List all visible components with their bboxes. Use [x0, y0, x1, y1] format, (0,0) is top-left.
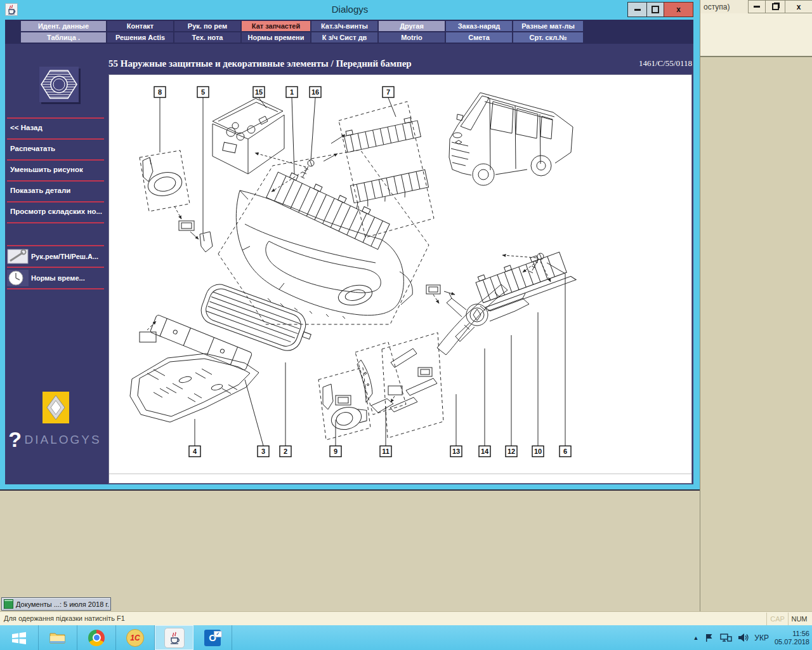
tab-Таблица .[interactable]: Таблица . — [21, 32, 106, 43]
divider — [700, 56, 812, 57]
svg-text:15: 15 — [255, 88, 263, 96]
sidebar-item--Назад[interactable]: << Назад — [7, 119, 104, 140]
tray-expand-icon[interactable]: ▲ — [693, 635, 698, 641]
menu-band: Идент. данныеКонтактРук. по ремКат запча… — [5, 20, 693, 44]
minimize-icon[interactable] — [748, 0, 766, 13]
app-body: Идент. данныеКонтактРук. по ремКат запча… — [5, 20, 693, 484]
outlook-icon: O ✓ — [204, 630, 221, 646]
system-tray: ▲ УКР 11:56 05.07.2018 — [693, 625, 809, 650]
chrome-icon — [88, 630, 105, 646]
callout-6[interactable]: 6 — [547, 263, 571, 457]
skid-plate-drawing — [130, 354, 259, 422]
callout-10[interactable]: 10 — [532, 312, 544, 457]
callout-5[interactable]: 5 — [197, 87, 209, 234]
num-lock-indicator: NUM — [788, 613, 810, 625]
sidebar-tool-Рук-рем-ТН-Реш-А-[interactable]: Рук.рем/ТН/Реш.А... — [7, 246, 104, 268]
sidebar-item-Распечатать[interactable]: Распечатать — [7, 140, 104, 161]
repair-manual-icon — [7, 248, 29, 265]
callout-1[interactable]: 1 — [286, 87, 298, 175]
fog-lamp-drawing — [318, 368, 370, 440]
callout-14[interactable]: 14 — [479, 348, 490, 457]
callout-8[interactable]: 8 — [154, 87, 166, 153]
tab-Motrio[interactable]: Motrio — [379, 32, 445, 43]
chrome-button[interactable] — [77, 625, 116, 650]
svg-text:6: 6 — [563, 448, 567, 455]
tab-Решения Actis[interactable]: Решения Actis — [107, 32, 173, 43]
close-icon[interactable]: x — [664, 2, 693, 17]
titlebar[interactable]: Dialogys x — [0, 0, 700, 20]
callout-15[interactable]: 15 — [253, 87, 266, 109]
speaker-icon[interactable] — [738, 633, 749, 642]
taskbar-apps: 1С O ✓ — [0, 625, 232, 650]
tab-Нормы времени[interactable]: Нормы времени — [242, 32, 310, 43]
tab-Разные мат-лы[interactable]: Разные мат-лы — [513, 21, 583, 31]
svg-text:9: 9 — [334, 448, 337, 455]
1c-button[interactable]: 1С — [116, 625, 155, 650]
tab-Кат.з/ч-винты[interactable]: Кат.з/ч-винты — [311, 21, 377, 31]
tab-Контакт[interactable]: Контакт — [107, 21, 173, 31]
svg-text:11: 11 — [382, 448, 390, 455]
upper-support-drawing — [324, 102, 434, 237]
outlook-button[interactable]: O ✓ — [193, 625, 232, 650]
renault-logo-icon — [43, 392, 69, 423]
svg-text:1: 1 — [290, 88, 294, 96]
1c-icon: 1С — [126, 629, 144, 647]
java-app-button[interactable] — [155, 625, 193, 650]
callout-4[interactable]: 4 — [189, 419, 200, 457]
sidebar-tool-Нормы-време-[interactable]: Нормы време... — [7, 268, 104, 289]
diagram-panel: 85151167432911131412106 — [108, 74, 692, 484]
svg-text:14: 14 — [481, 448, 489, 455]
sidebar-item-Просмотр-складских-но-[interactable]: Просмотр складских но... — [7, 202, 104, 223]
restore-icon[interactable] — [765, 0, 785, 13]
background-window-titlebar: оступа) x — [700, 0, 812, 13]
grille-support-drawing — [475, 246, 576, 312]
sidebar-tools: Рук.рем/ТН/Реш.А...Нормы време... — [7, 245, 104, 289]
file-explorer-button[interactable] — [39, 625, 77, 650]
tab-Рук. по рем[interactable]: Рук. по рем — [174, 21, 240, 31]
tab-Другая[interactable]: Другая — [379, 21, 445, 31]
tab-Срт. скл.№[interactable]: Срт. скл.№ — [513, 32, 583, 43]
catalog-reference: 1461/C/55/0118 — [639, 58, 692, 69]
minimize-icon[interactable] — [627, 2, 647, 17]
sidebar-item-Уменьшить-рисунок[interactable]: Уменьшить рисунок — [7, 161, 104, 182]
windows-logo-icon — [11, 630, 27, 646]
flag-icon[interactable] — [704, 633, 714, 643]
documents-task-button[interactable]: Документы ...: 5 июля 2018 г. — [1, 597, 111, 611]
callout-11[interactable]: 11 — [380, 406, 391, 457]
tab-К з/ч Сист дв[interactable]: К з/ч Сист дв — [311, 32, 377, 43]
callout-3[interactable]: 3 — [245, 380, 269, 457]
callout-12[interactable]: 12 — [506, 335, 517, 457]
callout-16[interactable]: 16 — [310, 87, 321, 161]
svg-text:12: 12 — [508, 448, 515, 455]
sidebar-item-Показать-детали[interactable]: Показать детали — [7, 182, 104, 202]
envelope-icon: ✓ — [214, 631, 222, 637]
desktop: оступа) x Dialogys x — [0, 0, 812, 650]
bumper-beam-drawing — [140, 314, 252, 371]
menu-row-2: Таблица .Решения ActisТех. нотаНормы вре… — [21, 32, 583, 43]
tab-Заказ-наряд[interactable]: Заказ-наряд — [446, 21, 512, 31]
tab-Идент. данные[interactable]: Идент. данные — [21, 21, 106, 31]
language-indicator[interactable]: УКР — [754, 633, 769, 642]
callout-7[interactable]: 7 — [383, 87, 396, 117]
close-icon[interactable]: x — [785, 0, 812, 13]
callout-9[interactable]: 9 — [330, 420, 341, 457]
start-button[interactable] — [0, 625, 39, 650]
sidebar-menu: << НазадРаспечататьУменьшить рисунокПока… — [7, 117, 104, 223]
dashed-group-1 — [218, 150, 429, 324]
grille-trim-drawing — [447, 293, 529, 342]
network-display-icon[interactable] — [720, 633, 732, 642]
time-standards-icon — [7, 270, 29, 286]
page-title: 55 Наружные защитные и декоративные элем… — [108, 58, 412, 69]
tab-Кат запчастей[interactable]: Кат запчастей — [242, 21, 310, 31]
documents-task-label: Документы ...: 5 июля 2018 г. — [16, 600, 109, 608]
clock[interactable]: 11:56 05.07.2018 — [775, 630, 809, 646]
callout-13[interactable]: 13 — [450, 394, 462, 457]
tab-Смета[interactable]: Смета — [446, 32, 512, 43]
callout-2[interactable]: 2 — [280, 362, 291, 457]
svg-text:16: 16 — [311, 88, 319, 96]
maximize-icon[interactable] — [646, 2, 664, 17]
svg-text:4: 4 — [193, 448, 197, 455]
tab-Тех. нота[interactable]: Тех. нота — [174, 32, 240, 43]
brand-name: DIALOGYS — [25, 433, 102, 446]
dialogys-brand: ? DIALOGYS — [5, 427, 105, 452]
